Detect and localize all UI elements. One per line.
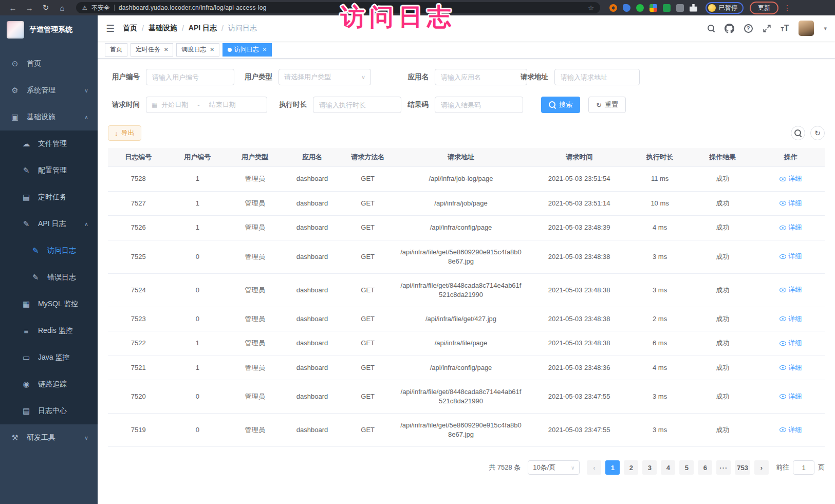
request-url-input[interactable] (554, 69, 640, 85)
tab[interactable]: 调度日志 ✕ (176, 43, 219, 57)
detail-link[interactable]: 详细 (780, 223, 802, 232)
extension-icon[interactable] (650, 4, 657, 12)
sidebar-item-api-log[interactable]: ✎ API 日志 ∧ (0, 211, 98, 237)
cell-duration: 3 ms (631, 240, 689, 273)
cell-user-type: 管理员 (226, 191, 284, 216)
user-id-input[interactable] (146, 69, 234, 85)
hamburger-icon[interactable]: ☰ (106, 23, 115, 34)
export-button[interactable]: ↓ 导出 (108, 125, 141, 141)
breadcrumb: 首页 / 基础设施 / API 日志 / 访问日志 (123, 24, 257, 33)
page-button[interactable]: 4 (661, 460, 675, 475)
sidebar-item-infra[interactable]: ▣ 基础设施 ∧ (0, 104, 98, 130)
extension-icon[interactable] (623, 4, 630, 12)
sidebar-item-trace[interactable]: ◉ 链路追踪 (0, 371, 98, 398)
sidebar-item-error-log[interactable]: ✎ 错误日志 (0, 264, 98, 291)
menu-icon: ⚙ (10, 86, 20, 95)
menu-label: 首页 (27, 59, 88, 68)
goto-label: 前往 (776, 463, 789, 472)
sidebar-item-home[interactable]: ⊙ 首页 (0, 50, 98, 77)
fullscreen-icon[interactable] (763, 24, 771, 33)
search-icon[interactable] (708, 25, 715, 32)
cell-method: GET (341, 167, 395, 192)
page-size-select[interactable]: 10条/页 ∨ (528, 460, 580, 475)
browser-menu-icon[interactable]: ⋮ (784, 4, 791, 12)
search-button[interactable]: 搜索 (541, 97, 580, 113)
sidebar-item-access-log[interactable]: ✎ 访问日志 (0, 237, 98, 264)
page-button[interactable]: 6 (698, 460, 712, 475)
goto-page-input[interactable] (793, 460, 814, 475)
tab[interactable]: 首页 ✕ (105, 43, 127, 57)
sidebar-item-system[interactable]: ⚙ 系统管理 ∨ (0, 77, 98, 104)
detail-link[interactable]: 详细 (780, 174, 802, 183)
sidebar-item-dev-tools[interactable]: ⚒ 研发工具 ∨ (0, 424, 98, 451)
sidebar-item-java[interactable]: ▭ Java 监控 (0, 344, 98, 371)
help-icon[interactable]: ? (744, 24, 753, 33)
paused-badge[interactable]: 已暂停 (706, 2, 744, 14)
sidebar-item-log-center[interactable]: ▤ 日志中心 (0, 398, 98, 424)
extension-puzzle-icon[interactable] (690, 4, 697, 12)
avatar[interactable] (799, 21, 814, 36)
breadcrumb-item[interactable]: 基础设施 / (149, 24, 184, 33)
detail-link[interactable]: 详细 (780, 252, 802, 261)
detail-link[interactable]: 详细 (780, 314, 802, 324)
update-button[interactable]: 更新 (750, 2, 778, 14)
detail-link[interactable]: 详细 (780, 285, 802, 294)
sidebar-item-file[interactable]: ☁ 文件管理 (0, 130, 98, 157)
font-size-icon[interactable]: TT (781, 24, 789, 32)
result-code-input[interactable] (435, 97, 523, 113)
app-name-input[interactable] (435, 69, 527, 85)
page-button[interactable]: 1 (605, 460, 620, 475)
refresh-button[interactable]: ↻ (810, 126, 825, 140)
tab[interactable]: 访问日志 ✕ (222, 43, 272, 57)
cell-method: GET (341, 380, 395, 414)
tab[interactable]: 定时任务 ✕ (131, 43, 173, 57)
access-log-table: 日志编号用户编号用户类型应用名请求方法名请求地址请求时间执行时长操作结果操作 7… (108, 148, 825, 447)
detail-link[interactable]: 详细 (780, 363, 802, 372)
home-button[interactable]: ⌂ (54, 4, 70, 12)
page-button[interactable]: 5 (679, 460, 694, 475)
page-button[interactable]: ··· (716, 460, 731, 475)
github-icon[interactable] (725, 24, 734, 33)
breadcrumb-item[interactable]: 首页 / (123, 24, 144, 33)
detail-link[interactable]: 详细 (780, 392, 802, 401)
extension-icon[interactable] (663, 4, 671, 12)
cell-log-id: 7520 (108, 380, 169, 414)
cell-request-url: /api/infra/file/get/8448cada8c714e4ab61f… (395, 380, 527, 414)
url-bar[interactable]: ⚠ 不安全 dashboard.yudao.iocoder.cn/infra/l… (76, 2, 600, 13)
tab-close-icon[interactable]: ✕ (263, 47, 267, 52)
reset-button[interactable]: ↻ 重置 (588, 97, 626, 113)
reload-button[interactable]: ↻ (38, 3, 53, 12)
sidebar-item-job[interactable]: ▤ 定时任务 (0, 184, 98, 211)
detail-link[interactable]: 详细 (780, 339, 802, 348)
breadcrumb-item[interactable]: 访问日志 (228, 24, 257, 33)
sidebar-item-mysql[interactable]: ▦ MySQL 监控 (0, 291, 98, 318)
forward-button[interactable]: → (22, 4, 37, 12)
sidebar-item-config[interactable]: ✎ 配置管理 (0, 157, 98, 184)
user-type-select[interactable]: 请选择用户类型 ∨ (279, 69, 371, 85)
sidebar-item-redis[interactable]: ≡ Redis 监控 (0, 318, 98, 344)
detail-link[interactable]: 详细 (780, 425, 802, 435)
extension-icon[interactable] (636, 4, 644, 12)
back-button[interactable]: ← (5, 4, 21, 12)
date-range-picker[interactable]: ▦ 开始日期 - 结束日期 (146, 97, 267, 113)
detail-link-label: 详细 (788, 314, 802, 324)
tab-close-icon[interactable]: ✕ (164, 47, 168, 52)
search-toggle-button[interactable] (791, 126, 805, 140)
navbar: ☰ 首页 / 基础设施 / API 日志 / 访问日志 (98, 15, 835, 41)
reset-button-label: 重置 (605, 100, 618, 109)
detail-link[interactable]: 详细 (780, 199, 802, 208)
page-button[interactable]: 2 (624, 460, 638, 475)
breadcrumb-item[interactable]: API 日志 / (189, 24, 224, 33)
prev-page-button[interactable]: ‹ (587, 460, 601, 475)
next-page-button[interactable]: › (754, 460, 769, 475)
cell-result: 成功 (689, 380, 757, 414)
duration-input[interactable] (313, 97, 401, 113)
bookmark-star-icon[interactable]: ☆ (588, 4, 594, 12)
extension-icon[interactable] (609, 4, 617, 12)
caret-down-icon[interactable]: ▾ (824, 25, 827, 32)
page-button[interactable]: 753 (735, 460, 750, 475)
extension-icon[interactable] (676, 4, 684, 12)
page-button[interactable]: 3 (642, 460, 657, 475)
filter-request-time: 请求时间 ▦ 开始日期 - 结束日期 (108, 97, 267, 113)
tab-close-icon[interactable]: ✕ (210, 47, 214, 52)
